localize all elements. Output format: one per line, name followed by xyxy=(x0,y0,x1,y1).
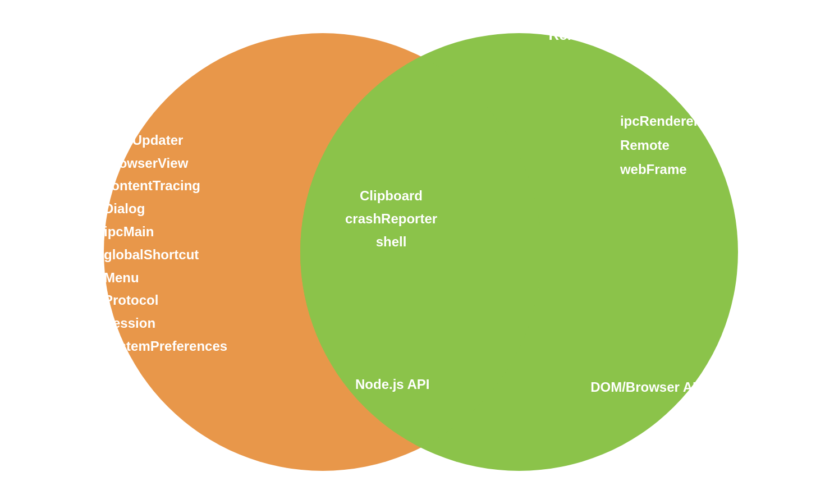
dom-browser-apis-label: DOM/Browser APIs xyxy=(590,379,713,395)
overlap-items: Clipboard crashReporter shell xyxy=(345,185,437,253)
item-globalshortcut: globalShortcut xyxy=(104,244,227,267)
venn-diagram: Main Process Renderer Process App autoUp… xyxy=(48,11,777,493)
item-autoupdater: autoUpdater xyxy=(104,129,227,152)
item-systempreferences: systemPreferences xyxy=(104,335,227,358)
item-session: Session xyxy=(104,312,227,335)
item-contenttracing: contentTracing xyxy=(104,175,227,198)
item-webframe: webFrame xyxy=(620,157,699,181)
main-process-items: App autoUpdater BrowserView contentTraci… xyxy=(104,106,227,358)
item-remote: Remote xyxy=(620,133,699,157)
item-crashreporter: crashReporter xyxy=(345,208,437,231)
item-ipcrenderer: ipcRenderer xyxy=(620,109,699,133)
item-shell: shell xyxy=(345,231,437,254)
item-app: App xyxy=(104,106,227,129)
nodejs-label: Node.js API xyxy=(355,377,429,392)
item-browserview: BrowserView xyxy=(104,152,227,175)
item-clipboard: Clipboard xyxy=(345,185,437,208)
item-ipcmain: ipcMain xyxy=(104,221,227,244)
item-dialog: Dialog xyxy=(104,198,227,221)
item-protocol: Protocol xyxy=(104,289,227,312)
item-menu: Menu xyxy=(104,267,227,290)
renderer-process-items: ipcRenderer Remote webFrame xyxy=(620,109,699,182)
